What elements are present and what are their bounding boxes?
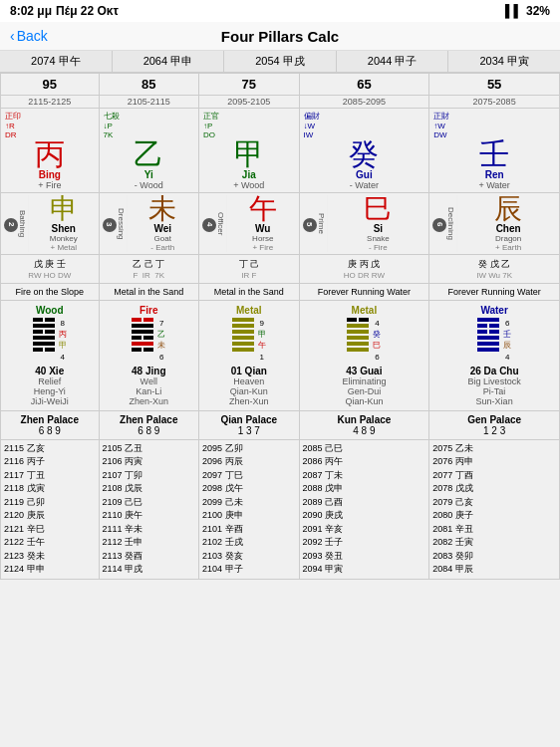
hex-sub3-0: JiJi-WeiJi bbox=[3, 396, 97, 406]
list-item: 2093 癸丑 bbox=[303, 550, 426, 564]
stems-row: 正印↑RDR 丙 Bing + Fire 七殺↓P7K 乙 Yi - Wood … bbox=[1, 109, 560, 193]
branch-elem-3: - Fire bbox=[330, 243, 427, 252]
list-item: 2089 己酉 bbox=[303, 496, 426, 510]
hex-num-1: 48 Jing bbox=[102, 366, 197, 376]
year-headers-row: 2074 甲午 2064 甲申 2054 甲戌 2044 甲子 2034 甲寅 bbox=[0, 51, 560, 73]
hex-lines-3 bbox=[347, 318, 369, 363]
stem-char-0: 丙 bbox=[3, 139, 97, 169]
stem-name-4: Ren bbox=[431, 169, 557, 180]
hex-sub3-1: Zhen-Xun bbox=[102, 396, 197, 406]
branch-cell-2: Officer 4 午 Wu Horse + Fire bbox=[199, 193, 300, 255]
list-item: 2088 戊申 bbox=[303, 482, 426, 496]
list-item: 2082 壬寅 bbox=[432, 536, 556, 550]
stem-element-3: - Water bbox=[302, 180, 427, 190]
years-list-col-0: 2115 乙亥2116 丙子2117 丁丑2118 戊寅2119 己卯2120 … bbox=[1, 439, 100, 579]
desc-3: Forever Running Water bbox=[299, 284, 429, 301]
hidden-stems-2: 丁 己IR F bbox=[199, 255, 300, 284]
age-3: 65 bbox=[299, 74, 429, 96]
hex-cell-3: Metal 4癸巳6 43 Guai Eliminating Gen-Dui Q… bbox=[299, 301, 429, 411]
list-item: 2098 戊午 bbox=[202, 482, 296, 496]
year-header-3: 2044 甲子 bbox=[337, 51, 449, 72]
hidden-stems-1: 乙 己 丁F IR 7K bbox=[99, 255, 199, 284]
main-table: 95 85 75 65 55 2115-2125 2105-2115 2095-… bbox=[0, 73, 560, 580]
hex-sub2-1: Kan-Li bbox=[102, 386, 197, 396]
list-item: 2114 甲戌 bbox=[103, 563, 196, 577]
list-item: 2102 壬戌 bbox=[202, 536, 296, 550]
list-item: 2105 乙丑 bbox=[103, 442, 196, 456]
branch-char-1: 未 bbox=[130, 195, 197, 223]
branch-char-2: 午 bbox=[229, 195, 297, 223]
branch-badge-3: 5 bbox=[303, 218, 317, 232]
branch-cell-0: Bathing 2 申 Shen Monkey + Metal bbox=[1, 193, 100, 255]
list-item: 2099 己未 bbox=[202, 496, 296, 510]
list-item: 2096 丙辰 bbox=[202, 455, 296, 469]
hex-sub3-3: Qian-Kun bbox=[302, 396, 427, 406]
page-title: Four Pillars Calc bbox=[221, 28, 339, 45]
hidden-stems-row: 戊 庚 壬RW HO DW 乙 己 丁F IR 7K 丁 己IR F 庚 丙 戊… bbox=[1, 255, 560, 284]
branch-name-0: Shen bbox=[31, 223, 97, 234]
list-item: 2109 己巳 bbox=[103, 496, 196, 510]
branch-elem-0: + Metal bbox=[31, 243, 97, 252]
desc-0: Fire on the Slope bbox=[1, 284, 100, 301]
stem-label-top-0: 正印↑RDR bbox=[5, 111, 21, 139]
list-item: 2085 己巳 bbox=[303, 442, 426, 456]
list-item: 2116 丙子 bbox=[4, 455, 96, 469]
list-item: 2115 乙亥 bbox=[4, 442, 96, 456]
list-item: 2100 庚申 bbox=[202, 509, 296, 523]
list-item: 2123 癸未 bbox=[4, 550, 96, 564]
stem-cell-2: 正官↑PDO 甲 Jia + Wood bbox=[199, 109, 300, 193]
list-item: 2113 癸酉 bbox=[103, 550, 196, 564]
hex-num-0: 40 Xie bbox=[3, 366, 97, 376]
branch-char-0: 申 bbox=[31, 195, 97, 223]
hex-lines-0 bbox=[33, 318, 55, 363]
years-list-col-1: 2105 乙丑2106 丙寅2107 丁卯2108 戊辰2109 己巳2110 … bbox=[99, 439, 199, 579]
branch-badge-2: 4 bbox=[202, 218, 216, 232]
back-button[interactable]: ‹ Back bbox=[10, 28, 48, 44]
list-item: 2097 丁巳 bbox=[202, 469, 296, 483]
stem-element-1: - Wood bbox=[102, 180, 197, 190]
stem-label-top-3: 偏財↓WIW bbox=[304, 111, 320, 139]
hex-sub1-0: Relief bbox=[3, 376, 97, 386]
list-item: 2112 壬申 bbox=[103, 536, 196, 550]
year-header-2: 2054 甲戌 bbox=[224, 51, 337, 72]
hex-cell-0: Wood 8丙甲4 40 Xie Relief Heng-Yi JiJi-We bbox=[1, 301, 100, 411]
hex-num-2: 01 Qian bbox=[201, 366, 297, 376]
list-item: 2117 丁丑 bbox=[4, 469, 96, 483]
list-item: 2094 甲寅 bbox=[303, 563, 426, 577]
stem-cell-1: 七殺↓P7K 乙 Yi - Wood bbox=[99, 109, 199, 193]
age-1: 85 bbox=[99, 74, 199, 96]
list-item: 2086 丙午 bbox=[303, 455, 426, 469]
period-1: 2105-2115 bbox=[99, 96, 199, 109]
stem-label-top-2: 正官↑PDO bbox=[203, 111, 219, 139]
hex-sub1-3: Eliminating bbox=[302, 376, 427, 386]
hidden-stems-3: 庚 丙 戊HO DR RW bbox=[299, 255, 429, 284]
stem-name-1: Yi bbox=[102, 169, 197, 180]
stem-name-3: Gui bbox=[302, 169, 427, 180]
back-label: Back bbox=[17, 28, 48, 44]
list-item: 2106 丙寅 bbox=[103, 455, 196, 469]
age-row: 95 85 75 65 55 bbox=[1, 74, 560, 96]
palace-cell-2: Qian Palace 1 3 7 bbox=[199, 410, 300, 439]
stem-char-3: 癸 bbox=[302, 139, 427, 169]
period-2: 2095-2105 bbox=[199, 96, 300, 109]
years-list-col-3: 2085 己巳2086 丙午2087 丁未2088 戊申2089 己酉2090 … bbox=[299, 439, 429, 579]
branch-badge-1: 3 bbox=[103, 218, 117, 232]
list-item: 2095 乙卯 bbox=[202, 442, 296, 456]
stem-cell-3: 偏財↓WIW 癸 Gui - Water bbox=[299, 109, 429, 193]
branches-row: Bathing 2 申 Shen Monkey + Metal Dressing… bbox=[1, 193, 560, 255]
list-item: 2118 戊寅 bbox=[4, 482, 96, 496]
desc-1: Metal in the Sand bbox=[99, 284, 199, 301]
hex-sub3-2: Zhen-Xun bbox=[201, 396, 297, 406]
hex-sub2-3: Gen-Dui bbox=[302, 386, 427, 396]
status-bar: 8:02 μμ Πέμ 22 Οκτ ▌▌ 32% bbox=[0, 0, 560, 22]
year-header-0: 2074 甲午 bbox=[0, 51, 113, 72]
list-item: 2111 辛未 bbox=[103, 523, 196, 537]
branch-badge-4: 6 bbox=[432, 218, 446, 232]
branch-side-0: Bathing 2 bbox=[3, 195, 29, 252]
branch-name-3: Si bbox=[330, 223, 427, 234]
list-item: 2080 庚子 bbox=[432, 509, 556, 523]
branch-side-3: Prime 5 bbox=[302, 195, 328, 252]
list-item: 2075 乙未 bbox=[432, 442, 556, 456]
palace-cell-1: Zhen Palace 6 8 9 bbox=[99, 410, 199, 439]
years-list-col-2: 2095 乙卯2096 丙辰2097 丁巳2098 戊午2099 己未2100 … bbox=[199, 439, 300, 579]
